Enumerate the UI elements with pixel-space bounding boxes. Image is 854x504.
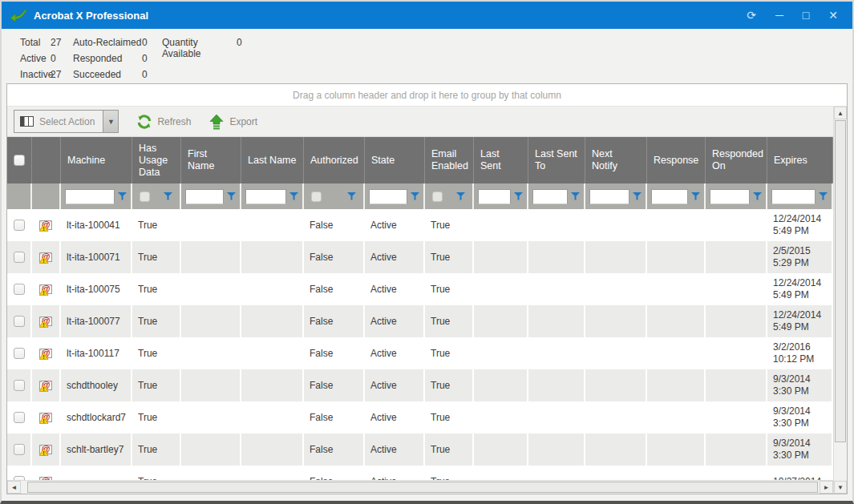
filter-funnel-icon[interactable] [753,192,762,200]
row-checkbox[interactable] [14,316,25,327]
cell-state: Active [365,209,425,241]
filter-cell-authorized [304,183,365,209]
cell-next_notify [585,209,647,241]
refresh-button[interactable]: Refresh [136,114,191,130]
column-header-has_usage_data[interactable]: Has Usage Data [132,137,181,183]
cell-text: Active [370,380,397,392]
filter-funnel-icon[interactable] [118,192,127,200]
filter-funnel-icon[interactable] [227,192,236,200]
cell-has_usage_data: True [132,401,181,433]
select-all-checkbox[interactable] [14,155,25,166]
stat-value: 0 [142,69,156,80]
filter-funnel-icon[interactable] [164,192,172,200]
cell-select [7,241,32,273]
row-checkbox[interactable] [14,252,25,263]
row-checkbox[interactable] [14,348,25,359]
column-header-next_notify[interactable]: Next Notify [585,137,647,183]
filter-funnel-icon[interactable] [571,192,580,200]
row-checkbox[interactable] [14,412,25,423]
filter-funnel-icon[interactable] [514,192,523,200]
column-header-email_enabled[interactable]: Email Enabled [425,137,474,183]
group-by-drop-zone[interactable]: Drag a column header and drop it here to… [7,84,847,107]
filter-input-first_name[interactable] [185,189,224,204]
cell-first_name [181,241,241,273]
filter-input-state[interactable] [369,189,407,204]
cell-row_icon: @! [32,433,61,466]
filter-input-next_notify[interactable] [589,189,629,204]
filter-input-last_sent_to[interactable] [532,189,568,204]
column-header-machine[interactable]: Machine [61,137,132,183]
table-row[interactable]: @!lt-ita-100071TrueFalseActiveTrue2/5/20… [7,241,833,273]
column-header-responded_on[interactable]: Responded On [706,137,767,183]
column-header-authorized[interactable]: Authorized [304,137,365,183]
cell-has_usage_data: True [132,305,181,337]
cell-state: Active [365,273,425,305]
filter-cell-state [365,183,425,209]
scroll-down-icon[interactable]: ▼ [834,481,847,494]
row-checkbox[interactable] [14,284,25,295]
scroll-up-icon[interactable]: ▲ [834,107,847,119]
horizontal-scrollbar[interactable]: ◄ ► [7,480,833,494]
export-button[interactable]: Export [208,114,257,130]
table-row[interactable]: @!lt-ita-100077TrueFalseActiveTrue12/24/… [7,305,833,337]
filter-checkbox-authorized[interactable] [311,192,322,202]
table-row[interactable]: @!schlt-bartley7TrueFalseActiveTrue9/3/2… [7,433,833,466]
cell-response [647,433,706,466]
cell-text: False [310,412,333,424]
filter-checkbox-email_enabled[interactable] [432,192,443,202]
column-header-response[interactable]: Response [647,137,706,183]
cell-last_sent_to [528,241,585,273]
filter-funnel-icon[interactable] [347,192,356,200]
table-row[interactable]: @!lt-ita-100117TrueFalseActiveTrue3/2/20… [7,337,833,369]
row-checkbox[interactable] [14,444,25,455]
stat-value: 0 [142,53,156,64]
filter-cell-machine [61,183,132,209]
vertical-scrollbar-thumb[interactable] [835,120,846,442]
column-header-state[interactable]: State [365,137,425,183]
filter-input-responded_on[interactable] [710,189,750,204]
table-row[interactable]: @!schdtlockard7TrueFalseActiveTrue9/3/20… [7,401,833,433]
scroll-left-icon[interactable]: ◄ [7,481,21,494]
column-header-last_sent[interactable]: Last Sent [474,137,528,183]
column-header-last_name[interactable]: Last Name [241,137,304,183]
filter-funnel-icon[interactable] [456,192,465,200]
maximize-icon[interactable]: □ [803,10,809,21]
table-row[interactable]: @!lt-ita-100041TrueFalseActiveTrue12/24/… [7,209,833,241]
filter-funnel-icon[interactable] [691,192,700,200]
horizontal-scrollbar-thumb[interactable] [27,482,818,493]
cell-text: False [310,444,333,456]
minimize-icon[interactable]: ─ [775,10,783,21]
cell-authorized: False [304,273,365,305]
filter-input-last_sent[interactable] [478,189,511,204]
table-row[interactable]: @!lt-ita-100075TrueFalseActiveTrue12/24/… [7,273,833,305]
filter-input-expires[interactable] [771,189,816,204]
filter-funnel-icon[interactable] [633,192,642,200]
scroll-right-icon[interactable]: ► [820,481,833,494]
filter-cell-expires [767,183,833,209]
column-header-last_sent_to[interactable]: Last Sent To [528,137,585,183]
column-header-expires[interactable]: Expires [767,137,833,183]
sync-icon[interactable]: ⟳ [747,10,756,21]
filter-input-machine[interactable] [65,189,115,204]
vertical-scrollbar[interactable]: ▲ ▼ [833,107,847,494]
row-checkbox[interactable] [14,380,25,391]
filter-funnel-icon[interactable] [819,192,828,200]
column-header-first_name[interactable]: First Name [181,137,241,183]
filter-input-response[interactable] [651,189,688,204]
table-row[interactable]: @!TrueFalseActiveTrue10/27/2014 [7,466,833,480]
select-action-dropdown[interactable]: Select Action ▼ [14,110,119,133]
chevron-down-icon[interactable]: ▼ [103,111,118,132]
row-checkbox[interactable] [14,220,25,231]
filter-checkbox-has_usage_data[interactable] [140,192,150,202]
filter-funnel-icon[interactable] [411,192,419,200]
cell-response [647,305,706,337]
svg-text:!: ! [42,288,45,295]
cell-text: True [431,348,450,360]
table-row[interactable]: @!schdthooleyTrueFalseActiveTrue9/3/2014… [7,369,833,401]
filter-input-last_name[interactable] [245,189,286,204]
vertical-scrollbar-track[interactable] [834,443,847,481]
stat-value: 0 [51,53,73,64]
cell-first_name [181,401,241,433]
close-icon[interactable]: ✕ [828,10,838,21]
filter-funnel-icon[interactable] [289,192,298,200]
